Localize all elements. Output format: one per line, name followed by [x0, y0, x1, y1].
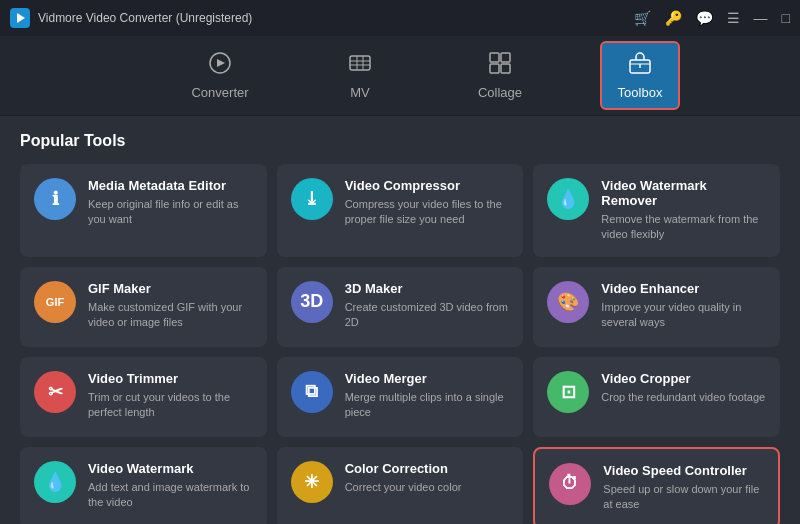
video-compressor-desc: Compress your video files to the proper … — [345, 197, 510, 228]
video-watermark-remover-desc: Remove the watermark from the video flex… — [601, 212, 766, 243]
tab-collage-label: Collage — [478, 85, 522, 100]
title-bar: Vidmore Video Converter (Unregistered) 🛒… — [0, 0, 800, 36]
video-speed-controller-desc: Speed up or slow down your file at ease — [603, 482, 764, 513]
video-speed-controller-name: Video Speed Controller — [603, 463, 764, 478]
media-metadata-editor-desc: Keep original file info or edit as you w… — [88, 197, 253, 228]
video-speed-controller-icon: ⏱ — [549, 463, 591, 505]
video-compressor-name: Video Compressor — [345, 178, 510, 193]
converter-icon — [208, 51, 232, 81]
main-content: Popular Tools ℹMedia Metadata EditorKeep… — [0, 116, 800, 524]
video-watermark-name: Video Watermark — [88, 461, 253, 476]
video-enhancer-icon: 🎨 — [547, 281, 589, 323]
app-logo — [10, 8, 30, 28]
video-trimmer-icon: ✂ — [34, 371, 76, 413]
title-bar-left: Vidmore Video Converter (Unregistered) — [10, 8, 252, 28]
tool-card-video-compressor[interactable]: ⤓Video CompressorCompress your video fil… — [277, 164, 524, 257]
video-watermark-desc: Add text and image watermark to the vide… — [88, 480, 253, 511]
tab-mv-label: MV — [350, 85, 370, 100]
tab-mv[interactable]: MV — [320, 43, 400, 108]
3d-maker-icon: 3D — [291, 281, 333, 323]
menu-icon[interactable]: ☰ — [727, 10, 740, 26]
tool-card-video-enhancer[interactable]: 🎨Video EnhancerImprove your video qualit… — [533, 267, 780, 347]
video-watermark-remover-name: Video Watermark Remover — [601, 178, 766, 208]
toolbox-icon — [628, 51, 652, 81]
3d-maker-name: 3D Maker — [345, 281, 510, 296]
video-compressor-icon: ⤓ — [291, 178, 333, 220]
svg-marker-3 — [217, 59, 225, 67]
chat-icon[interactable]: 💬 — [696, 10, 713, 26]
tab-collage[interactable]: Collage — [460, 43, 540, 108]
tool-card-video-cropper[interactable]: ⊡Video CropperCrop the redundant video f… — [533, 357, 780, 437]
tool-card-video-speed-controller[interactable]: ⏱Video Speed ControllerSpeed up or slow … — [533, 447, 780, 524]
video-enhancer-name: Video Enhancer — [601, 281, 766, 296]
video-merger-desc: Merge multiple clips into a single piece — [345, 390, 510, 421]
3d-maker-desc: Create customized 3D video from 2D — [345, 300, 510, 331]
video-watermark-icon: 💧 — [34, 461, 76, 503]
svg-rect-4 — [350, 56, 370, 70]
title-bar-right: 🛒 🔑 💬 ☰ — □ — [634, 10, 790, 26]
video-trimmer-name: Video Trimmer — [88, 371, 253, 386]
tool-card-3d-maker[interactable]: 3D3D MakerCreate customized 3D video fro… — [277, 267, 524, 347]
svg-rect-9 — [490, 53, 499, 62]
svg-rect-10 — [501, 53, 510, 62]
video-merger-icon: ⧉ — [291, 371, 333, 413]
video-enhancer-desc: Improve your video quality in several wa… — [601, 300, 766, 331]
tab-toolbox-label: Toolbox — [618, 85, 663, 100]
svg-rect-11 — [490, 64, 499, 73]
tab-toolbox[interactable]: Toolbox — [600, 41, 680, 110]
video-merger-name: Video Merger — [345, 371, 510, 386]
collage-icon — [488, 51, 512, 81]
tool-card-video-trimmer[interactable]: ✂Video TrimmerTrim or cut your videos to… — [20, 357, 267, 437]
tool-card-video-merger[interactable]: ⧉Video MergerMerge multiple clips into a… — [277, 357, 524, 437]
video-cropper-name: Video Cropper — [601, 371, 766, 386]
tool-card-video-watermark-remover[interactable]: 💧Video Watermark RemoverRemove the water… — [533, 164, 780, 257]
section-title: Popular Tools — [20, 132, 780, 150]
svg-rect-12 — [501, 64, 510, 73]
tool-card-gif-maker[interactable]: GIFGIF MakerMake customized GIF with you… — [20, 267, 267, 347]
media-metadata-editor-icon: ℹ — [34, 178, 76, 220]
video-trimmer-desc: Trim or cut your videos to the perfect l… — [88, 390, 253, 421]
color-correction-name: Color Correction — [345, 461, 510, 476]
mv-icon — [348, 51, 372, 81]
video-watermark-remover-icon: 💧 — [547, 178, 589, 220]
cart-icon[interactable]: 🛒 — [634, 10, 651, 26]
media-metadata-editor-name: Media Metadata Editor — [88, 178, 253, 193]
tool-grid: ℹMedia Metadata EditorKeep original file… — [20, 164, 780, 524]
color-correction-icon: ✳ — [291, 461, 333, 503]
video-cropper-icon: ⊡ — [547, 371, 589, 413]
user-icon[interactable]: 🔑 — [665, 10, 682, 26]
gif-maker-name: GIF Maker — [88, 281, 253, 296]
tool-card-media-metadata-editor[interactable]: ℹMedia Metadata EditorKeep original file… — [20, 164, 267, 257]
maximize-icon[interactable]: □ — [782, 10, 790, 26]
tool-card-video-watermark[interactable]: 💧Video WatermarkAdd text and image water… — [20, 447, 267, 524]
tab-converter[interactable]: Converter — [180, 43, 260, 108]
video-cropper-desc: Crop the redundant video footage — [601, 390, 766, 405]
minimize-icon[interactable]: — — [754, 10, 768, 26]
tool-card-color-correction[interactable]: ✳Color CorrectionCorrect your video colo… — [277, 447, 524, 524]
color-correction-desc: Correct your video color — [345, 480, 510, 495]
gif-maker-icon: GIF — [34, 281, 76, 323]
app-title: Vidmore Video Converter (Unregistered) — [38, 11, 252, 25]
nav-tabs: Converter MV Collage — [0, 36, 800, 116]
gif-maker-desc: Make customized GIF with your video or i… — [88, 300, 253, 331]
tab-converter-label: Converter — [191, 85, 248, 100]
